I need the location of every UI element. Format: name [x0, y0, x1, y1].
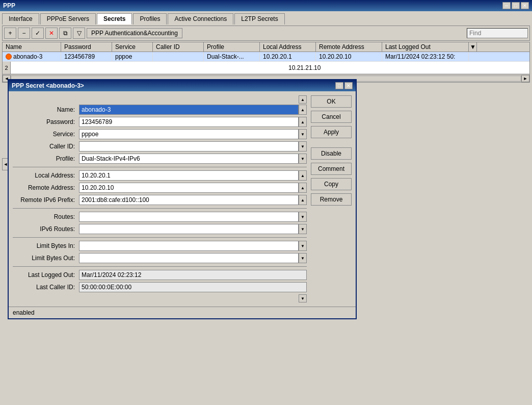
cell-remote: 10.20.20.10 — [316, 52, 382, 61]
label-profile: Profile: — [13, 155, 79, 162]
secrets-table: Name Password Service Caller ID Profile … — [2, 42, 530, 83]
accounting-label[interactable]: PPP Authentication&Accounting — [87, 28, 182, 38]
label-lastcallerid: Last Caller ID: — [13, 284, 79, 291]
form-container: ▲ Name: ▲ Password: ▲ — [13, 95, 307, 302]
ipv6prefix-side-btn[interactable]: ▲ — [299, 195, 307, 205]
header-name: Name — [3, 42, 61, 52]
apply-button[interactable]: Apply — [311, 126, 352, 138]
modal-controls: □ ✕ — [335, 82, 353, 89]
form-row-local: Local Address: ▲ — [13, 170, 307, 181]
modal-close-button[interactable]: ✕ — [344, 82, 353, 89]
limit-in-dropdown-btn[interactable]: ▼ — [299, 241, 307, 251]
local-side-btn[interactable]: ▲ — [299, 170, 307, 181]
label-ipv6prefix: Remote IPv6 Prefix: — [13, 196, 79, 204]
cell-service: pppoe — [112, 52, 153, 61]
title-bar: PPP ─ □ ✕ — [0, 0, 532, 11]
find-input[interactable] — [467, 28, 528, 38]
minimize-button[interactable]: ─ — [502, 2, 511, 9]
local-input[interactable] — [79, 170, 299, 181]
label-remote: Remote Address: — [13, 184, 79, 191]
limit-out-dropdown-btn[interactable]: ▼ — [299, 253, 307, 263]
form-row-remote: Remote Address: ▲ — [13, 183, 307, 193]
form-row-service: Service: ▼ — [13, 129, 307, 139]
separator-1 — [13, 167, 307, 167]
ok-button[interactable]: OK — [311, 95, 352, 108]
disable-button[interactable]: Disable — [311, 147, 352, 160]
callerid-field-container: ▼ — [79, 141, 307, 151]
profile-input[interactable] — [79, 154, 299, 164]
name-side-btn[interactable]: ▲ — [299, 105, 307, 115]
ipv6prefix-input[interactable] — [79, 195, 299, 205]
copy-button[interactable]: Copy — [311, 178, 352, 190]
status-text: enabled — [13, 309, 35, 316]
tab-secrets[interactable]: Secrets — [97, 13, 132, 24]
scroll-top-area: ▲ — [13, 95, 307, 104]
row-num: 2 — [3, 62, 11, 74]
header-expand[interactable]: ▼ — [469, 42, 477, 52]
label-service: Service: — [13, 131, 79, 138]
scroll-right-btn[interactable]: ► — [521, 75, 529, 82]
callerid-input[interactable] — [79, 141, 299, 151]
ipv6routes-field-container: ▼ — [79, 224, 307, 234]
local-field-container: ▲ — [79, 170, 307, 181]
profile-dropdown-btn[interactable]: ▼ — [299, 154, 307, 164]
scroll-bottom-area: ▼ — [13, 294, 307, 302]
tab-l2tp-secrets[interactable]: L2TP Secrets — [234, 13, 284, 24]
form-row-lastcallerid: Last Caller ID: — [13, 282, 307, 292]
header-remote: Remote Address — [316, 42, 382, 52]
label-routes: Routes: — [13, 213, 79, 220]
remove-button[interactable]: Remove — [311, 193, 352, 206]
table-row[interactable]: abonado-3 123456789 pppoe Dual-Stack-...… — [3, 52, 529, 62]
ipv6routes-input[interactable] — [79, 224, 299, 234]
routes-dropdown-btn[interactable]: ▼ — [299, 212, 307, 222]
comment-button[interactable]: Comment — [311, 163, 352, 175]
name-field-container: ▲ — [79, 105, 307, 115]
service-input[interactable] — [79, 129, 299, 139]
tab-active-connections[interactable]: Active Connections — [168, 13, 233, 24]
remote-input[interactable] — [79, 183, 299, 193]
scroll-down-btn[interactable]: ▼ — [299, 294, 307, 302]
label-limit-out: Limit Bytes Out: — [13, 255, 79, 262]
password-side-btn[interactable]: ▲ — [299, 117, 307, 127]
name-input[interactable] — [79, 105, 299, 115]
cancel-toolbar-button[interactable]: ✕ — [45, 28, 58, 39]
modal-min-button[interactable]: □ — [335, 82, 343, 89]
routes-input[interactable] — [79, 212, 299, 222]
close-button[interactable]: ✕ — [521, 2, 529, 9]
add-button[interactable]: + — [4, 28, 16, 39]
filter-button[interactable]: ▽ — [73, 28, 85, 39]
delete-button[interactable]: − — [18, 28, 30, 39]
password-field-container: ▲ — [79, 117, 307, 127]
cell-name-text: abonado-3 — [13, 53, 42, 60]
ipv6routes-dropdown-btn[interactable]: ▼ — [299, 224, 307, 234]
toolbar: + − ✓ ✕ ⧉ ▽ PPP Authentication&Accountin… — [2, 26, 530, 41]
tab-pppoe-servers[interactable]: PPPoE Servers — [40, 13, 96, 24]
ppp-secret-dialog: PPP Secret <abonado-3> □ ✕ ▲ Name: ▲ — [8, 79, 357, 319]
limit-in-input[interactable] — [79, 241, 299, 251]
header-lastlogged: Last Logged Out — [382, 42, 469, 52]
window-title: PPP — [3, 2, 15, 9]
label-lastlogged: Last Logged Out: — [13, 271, 79, 279]
callerid-dropdown-btn[interactable]: ▼ — [299, 141, 307, 151]
password-input[interactable] — [79, 117, 299, 127]
service-dropdown-btn[interactable]: ▼ — [299, 129, 307, 139]
remote-side-btn[interactable]: ▲ — [299, 183, 307, 193]
copy-toolbar-button[interactable]: ⧉ — [59, 28, 71, 39]
limit-out-input[interactable] — [79, 253, 299, 263]
label-limit-in: Limit Bytes In: — [13, 242, 79, 249]
table-header: Name Password Service Caller ID Profile … — [3, 42, 529, 52]
form-row-limit-out: Limit Bytes Out: ▼ — [13, 253, 307, 263]
form-row-ipv6routes: IPv6 Routes: ▼ — [13, 224, 307, 234]
label-password: Password: — [13, 118, 79, 125]
scroll-up-btn[interactable]: ▲ — [299, 95, 307, 104]
label-ipv6routes: IPv6 Routes: — [13, 225, 79, 233]
cancel-button[interactable]: Cancel — [311, 111, 352, 123]
maximize-button[interactable]: □ — [512, 2, 520, 9]
check-button[interactable]: ✓ — [32, 28, 44, 39]
tab-profiles[interactable]: Profiles — [133, 13, 167, 24]
form-row-routes: Routes: ▼ — [13, 212, 307, 222]
status-indicator — [6, 54, 12, 60]
main-window: Interface PPPoE Servers Secrets Profiles… — [0, 11, 532, 85]
tab-interface[interactable]: Interface — [2, 13, 39, 24]
separator-4 — [13, 266, 307, 267]
